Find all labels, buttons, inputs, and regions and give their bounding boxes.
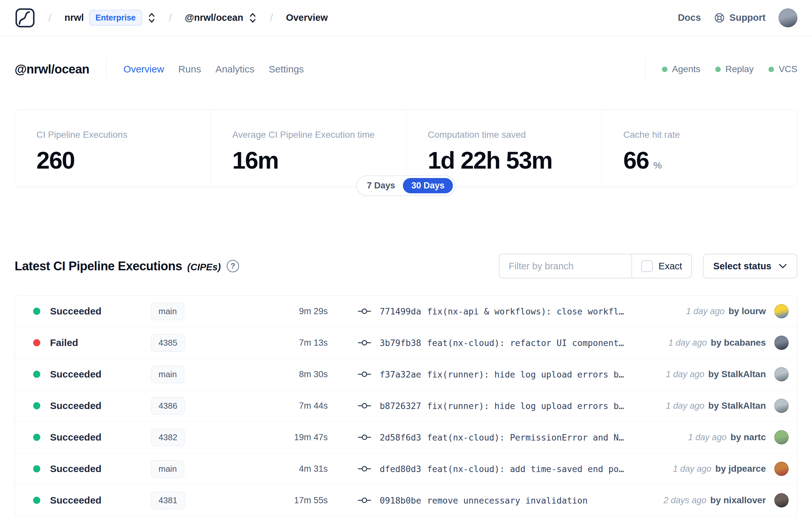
branch-badge[interactable]: 4385 bbox=[151, 334, 185, 352]
chevron-down-icon bbox=[779, 263, 787, 269]
status-replay: Replay bbox=[715, 64, 753, 74]
relative-time: 1 day ago bbox=[669, 338, 707, 348]
org-switcher-icon[interactable] bbox=[148, 12, 156, 24]
branch-badge[interactable]: 4381 bbox=[151, 492, 185, 509]
tab-overview[interactable]: Overview bbox=[123, 64, 164, 75]
branch-badge[interactable]: main bbox=[151, 460, 184, 478]
select-status-dropdown[interactable]: Select status bbox=[703, 254, 797, 279]
stat-ci-pipeline-executions: CI Pipeline Executions 260 bbox=[15, 109, 211, 187]
status-dot bbox=[33, 465, 40, 472]
tab-analytics[interactable]: Analytics bbox=[215, 64, 254, 75]
author-avatar[interactable] bbox=[774, 335, 788, 350]
status-dot bbox=[33, 497, 40, 504]
author-label: by lourw bbox=[729, 306, 766, 316]
status-label: Succeeded bbox=[50, 495, 101, 506]
docs-link[interactable]: Docs bbox=[678, 12, 701, 23]
org-crumb[interactable]: nrwl Enterprise bbox=[64, 10, 156, 26]
breadcrumb-separator: / bbox=[169, 11, 172, 24]
status-label: Failed bbox=[50, 337, 78, 348]
exact-checkbox[interactable] bbox=[641, 260, 653, 272]
workspace-name: @nrwl/ocean bbox=[185, 12, 243, 23]
commit-message[interactable]: dfed80d3feat(nx-cloud): add time-saved e… bbox=[380, 464, 624, 474]
workspace-switcher-icon[interactable] bbox=[248, 12, 257, 24]
status-dot bbox=[33, 402, 40, 409]
section-title-suffix: (CIPEs) bbox=[187, 262, 221, 273]
toggle-7-days[interactable]: 7 Days bbox=[359, 178, 403, 193]
table-row[interactable]: Succeeded main 9m 29s 771499dafix(nx-api… bbox=[15, 296, 797, 327]
org-name: nrwl bbox=[64, 12, 84, 23]
status-label: Succeeded bbox=[50, 400, 101, 411]
support-link[interactable]: Support bbox=[714, 12, 766, 24]
git-commit-icon bbox=[357, 307, 371, 315]
git-commit-icon bbox=[357, 465, 371, 473]
status-dot bbox=[33, 371, 40, 378]
commit-message[interactable]: 0918b0beremove unnecessary invalidation bbox=[380, 495, 587, 506]
status-dot bbox=[33, 308, 40, 315]
stats-cards: CI Pipeline Executions 260 Average CI Pi… bbox=[15, 109, 797, 187]
status-vcs: VCS bbox=[768, 64, 797, 74]
author-label: by bcabanes bbox=[711, 338, 766, 348]
commit-message[interactable]: 3b79fb38feat(nx-cloud): refactor UI comp… bbox=[380, 338, 624, 348]
toggle-30-days[interactable]: 30 Days bbox=[403, 178, 453, 193]
branch-filter-group: Exact bbox=[499, 254, 692, 279]
commit-message[interactable]: b8726327fix(runner): hide log upload err… bbox=[380, 401, 624, 411]
author-avatar[interactable] bbox=[774, 462, 788, 476]
breadcrumb-separator: / bbox=[270, 11, 273, 24]
duration-label: 7m 13s bbox=[233, 338, 328, 348]
commit-message[interactable]: 2d58f6d3feat(nx-cloud): PermissionError … bbox=[380, 432, 624, 442]
divider bbox=[106, 59, 107, 79]
relative-time: 1 day ago bbox=[686, 306, 725, 316]
nx-cloud-logo-icon[interactable] bbox=[15, 7, 35, 28]
workspace-crumb[interactable]: @nrwl/ocean bbox=[185, 12, 257, 24]
author-avatar[interactable] bbox=[774, 304, 788, 318]
table-row[interactable]: Failed 4385 7m 13s 3b79fb38feat(nx-cloud… bbox=[15, 327, 797, 359]
branch-filter-input[interactable] bbox=[500, 254, 631, 278]
branch-badge[interactable]: 4382 bbox=[151, 429, 185, 446]
git-commit-icon bbox=[357, 496, 371, 505]
table-row[interactable]: Succeeded main 4m 31s dfed80d3feat(nx-cl… bbox=[15, 453, 797, 485]
duration-label: 17m 55s bbox=[233, 495, 328, 506]
commit-message[interactable]: 771499dafix(nx-api & workflows): close w… bbox=[380, 306, 624, 316]
author-label: by nixallover bbox=[710, 495, 766, 506]
branch-badge[interactable]: main bbox=[151, 302, 184, 320]
stat-cache-hit-rate: Cache hit rate 66% bbox=[601, 109, 797, 187]
workspace-tabs: Overview Runs Analytics Settings bbox=[123, 64, 304, 75]
page-crumb: Overview bbox=[286, 12, 328, 23]
duration-label: 4m 31s bbox=[233, 464, 328, 474]
git-commit-icon bbox=[357, 402, 371, 410]
user-avatar[interactable] bbox=[779, 9, 797, 27]
page-title: @nrwl/ocean bbox=[15, 62, 89, 76]
enterprise-badge: Enterprise bbox=[89, 10, 142, 26]
help-icon[interactable]: ? bbox=[227, 260, 239, 272]
period-toggle: 7 Days 30 Days bbox=[356, 176, 455, 196]
table-row[interactable]: Succeeded 4382 19m 47s 2d58f6d3feat(nx-c… bbox=[15, 422, 797, 453]
branch-badge[interactable]: 4386 bbox=[151, 397, 185, 415]
table-row[interactable]: Succeeded main 8m 30s f37a32aefix(runner… bbox=[15, 359, 797, 390]
author-avatar[interactable] bbox=[774, 493, 788, 508]
green-dot-icon bbox=[662, 66, 668, 72]
breadcrumb-separator: / bbox=[48, 11, 51, 24]
tab-settings[interactable]: Settings bbox=[269, 64, 304, 75]
status-label: Succeeded bbox=[50, 369, 101, 380]
exact-toggle[interactable]: Exact bbox=[631, 254, 691, 278]
duration-label: 9m 29s bbox=[233, 306, 328, 316]
relative-time: 1 day ago bbox=[666, 401, 704, 411]
author-avatar[interactable] bbox=[774, 367, 788, 381]
cipe-table: Succeeded main 9m 29s 771499dafix(nx-api… bbox=[15, 295, 797, 516]
relative-time: 2 days ago bbox=[663, 495, 706, 506]
workspace-header: @nrwl/ocean Overview Runs Analytics Sett… bbox=[15, 59, 797, 79]
lifebuoy-icon bbox=[714, 12, 725, 24]
top-navbar: / nrwl Enterprise / @nrwl/ocean / Overvi… bbox=[0, 0, 812, 36]
green-dot-icon bbox=[768, 66, 774, 72]
status-label: Succeeded bbox=[50, 463, 101, 474]
table-row[interactable]: Succeeded 4386 7m 44s b8726327fix(runner… bbox=[15, 390, 797, 422]
author-avatar[interactable] bbox=[774, 430, 788, 445]
author-label: by StalkAltan bbox=[708, 401, 766, 411]
status-dot bbox=[33, 434, 40, 441]
commit-message[interactable]: f37a32aefix(runner): hide log upload err… bbox=[380, 370, 624, 379]
table-row[interactable]: Succeeded 4381 17m 55s 0918b0beremove un… bbox=[15, 485, 797, 516]
branch-badge[interactable]: main bbox=[151, 365, 184, 384]
status-label: Succeeded bbox=[50, 432, 101, 443]
author-avatar[interactable] bbox=[774, 399, 788, 413]
tab-runs[interactable]: Runs bbox=[178, 64, 201, 75]
